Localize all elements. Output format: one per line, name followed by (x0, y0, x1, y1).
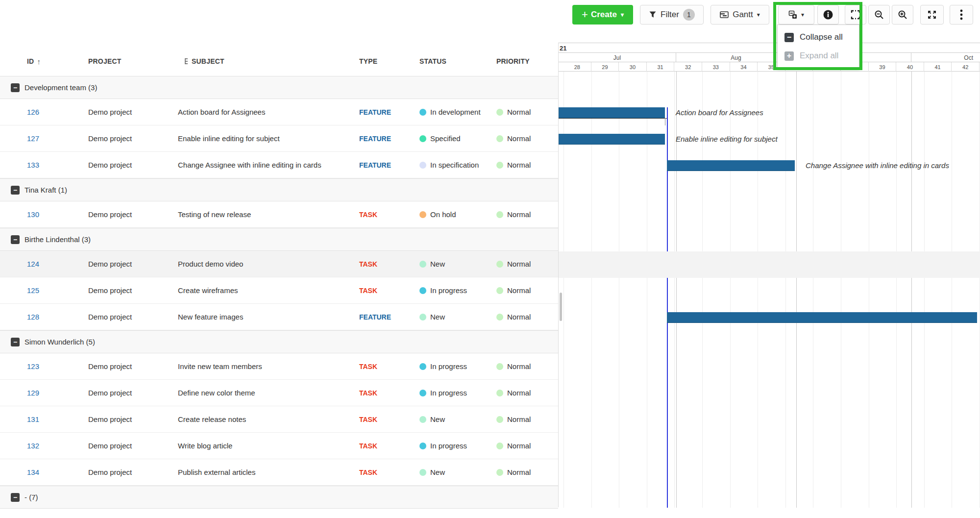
group-header-row[interactable]: −Birthe Lindenthal (3) (0, 228, 558, 251)
subject-cell[interactable]: New feature images (178, 313, 359, 321)
column-header-id[interactable]: ID ↑ (27, 57, 88, 66)
subject-cell[interactable]: Create wireframes (178, 286, 359, 295)
work-package-id-link[interactable]: 125 (27, 286, 39, 295)
create-button[interactable]: + Create ▾ (572, 5, 633, 25)
column-header-priority[interactable]: PRIORITY (496, 57, 558, 65)
table-row: 125Demo projectCreate wireframesTASKIn p… (0, 277, 558, 304)
subject-cell[interactable]: Publish external articles (178, 468, 359, 476)
gantt-bar-133[interactable] (667, 160, 795, 171)
gantt-bar-127[interactable] (559, 134, 665, 145)
hierarchy-icon[interactable] (185, 58, 189, 65)
subject-cell[interactable]: Change Assignee with inline editing in c… (178, 161, 359, 169)
type-cell: TASK (359, 287, 419, 295)
subject-cell[interactable]: Enable inline editing for subject (178, 134, 359, 143)
work-package-id-link[interactable]: 126 (27, 108, 39, 116)
info-button[interactable] (817, 5, 839, 25)
project-cell: Demo project (88, 161, 178, 169)
type-cell: TASK (359, 469, 419, 476)
status-dot-icon (419, 109, 426, 116)
project-cell: Demo project (88, 134, 178, 143)
table-row: 131Demo projectCreate release notesTASKN… (0, 406, 558, 433)
zoom-to-fit-button[interactable] (845, 5, 866, 25)
gantt-bar-126[interactable] (559, 107, 665, 118)
group-header-row[interactable]: −Tina Kraft (1) (0, 178, 558, 201)
priority-dot-icon (496, 390, 503, 396)
zoom-in-button[interactable] (892, 5, 913, 25)
work-package-id-link[interactable]: 134 (27, 468, 39, 476)
column-header-subject[interactable]: SUBJECT (178, 57, 359, 65)
table-row: 134Demo projectPublish external articles… (0, 459, 558, 486)
priority-cell: Normal (496, 108, 558, 116)
work-package-id-link[interactable]: 132 (27, 442, 39, 450)
column-header-type[interactable]: TYPE (359, 57, 419, 65)
plus-icon: + (582, 8, 588, 21)
collapse-group-icon[interactable]: − (11, 186, 20, 195)
week-grid-line (896, 72, 897, 508)
collapse-group-icon[interactable]: − (11, 338, 20, 346)
zoom-out-button[interactable] (868, 5, 890, 25)
priority-cell: Normal (496, 415, 558, 423)
collapse-group-icon[interactable]: − (11, 235, 20, 244)
work-package-id-link[interactable]: 128 (27, 313, 39, 321)
week-grid-line (869, 72, 869, 508)
subject-cell[interactable]: Action board for Assignees (178, 108, 359, 116)
table-body: −Development team (3)126Demo projectActi… (0, 76, 558, 509)
type-cell: TASK (359, 416, 419, 423)
type-cell: TASK (359, 211, 419, 219)
collapse-group-icon[interactable]: − (11, 83, 20, 92)
work-package-id-link[interactable]: 124 (27, 260, 39, 268)
vertical-scrollbar-thumb[interactable] (560, 293, 562, 321)
subject-cell[interactable]: Product demo video (178, 260, 359, 268)
type-cell: FEATURE (359, 135, 419, 143)
subject-cell[interactable]: Write blog article (178, 442, 359, 450)
subject-cell[interactable]: Create release notes (178, 415, 359, 423)
subject-cell[interactable]: Define new color theme (178, 389, 359, 397)
priority-dot-icon (496, 314, 503, 321)
group-header-row[interactable]: −Simon Wunderlich (5) (0, 330, 558, 353)
gantt-chart-pane: 21 JulAugSepOct 282930313233343536373839… (558, 43, 980, 507)
project-cell: Demo project (88, 468, 178, 476)
table-row: 129Demo projectDefine new color themeTAS… (0, 380, 558, 406)
priority-cell: Normal (496, 161, 558, 169)
status-cell: On hold (419, 210, 496, 219)
work-package-id-link[interactable]: 127 (27, 134, 39, 143)
menu-item-collapse-all[interactable]: − Collapse all (778, 28, 859, 47)
type-cell: TASK (359, 260, 419, 268)
menu-item-expand-all[interactable]: + Expand all (778, 47, 859, 65)
work-package-id-link[interactable]: 123 (27, 362, 39, 370)
expand-fullscreen-button[interactable] (920, 5, 944, 25)
timeline-week-cell: 33 (702, 62, 730, 72)
work-package-id-link[interactable]: 131 (27, 415, 39, 423)
more-options-kebab-button[interactable] (950, 5, 973, 25)
table-row: 132Demo projectWrite blog articleTASKIn … (0, 433, 558, 459)
table-row: 127Demo projectEnable inline editing for… (0, 125, 558, 152)
group-header-row[interactable]: −- (7) (0, 486, 558, 509)
work-package-id-link[interactable]: 129 (27, 389, 39, 397)
timeline-week-cell: 40 (896, 62, 924, 72)
work-package-id-link[interactable]: 130 (27, 210, 39, 219)
subject-cell[interactable]: Invite new team members (178, 362, 359, 370)
type-cell: FEATURE (359, 108, 419, 116)
status-cell: Specified (419, 134, 496, 143)
timeline-month-row: JulAugSepOct (559, 53, 980, 62)
column-header-project[interactable]: PROJECT (88, 57, 178, 65)
timeline-month-cell: Jul (559, 53, 676, 62)
status-dot-icon (419, 416, 426, 423)
month-grid-line (911, 72, 912, 508)
priority-dot-icon (496, 162, 503, 169)
column-header-status[interactable]: STATUS (419, 57, 496, 65)
expand-plus-icon: + (784, 51, 794, 61)
gantt-bar-128[interactable] (667, 312, 977, 323)
collapse-expand-menu-button[interactable]: ▾ (778, 5, 814, 25)
subject-cell[interactable]: Testing of new release (178, 210, 359, 219)
status-dot-icon (419, 211, 426, 218)
group-header-row[interactable]: −Development team (3) (0, 76, 558, 99)
status-cell: New (419, 260, 496, 268)
collapse-group-icon[interactable]: − (11, 493, 20, 502)
gantt-button[interactable]: Gantt ▾ (710, 5, 769, 25)
filter-button[interactable]: Filter 1 (640, 5, 704, 25)
table-row: 123Demo projectInvite new team membersTA… (0, 353, 558, 380)
work-package-id-link[interactable]: 133 (27, 161, 39, 169)
priority-dot-icon (496, 443, 503, 449)
timeline-week-cell: 30 (619, 62, 647, 72)
